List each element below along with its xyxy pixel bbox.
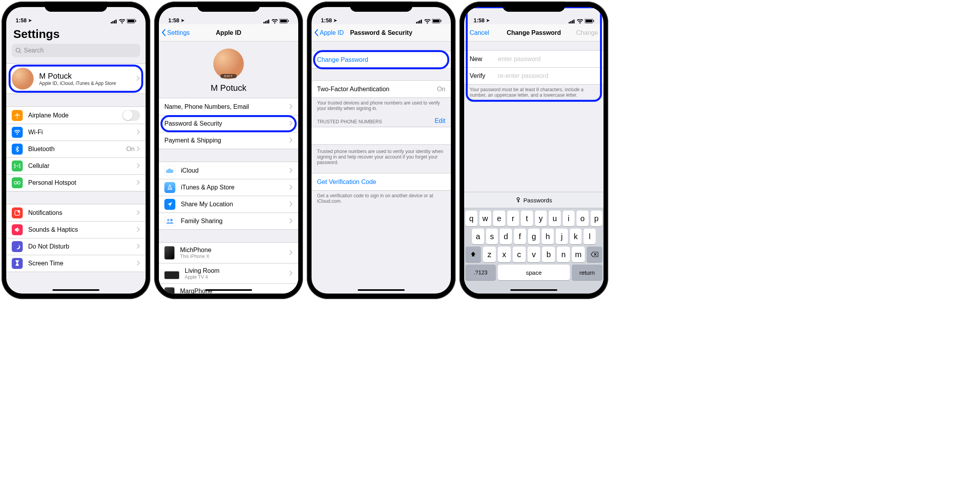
row-screen-time[interactable]: Screen Time xyxy=(6,255,146,272)
row-two-factor[interactable]: Two-Factor Authentication On xyxy=(312,81,451,97)
shift-key[interactable] xyxy=(465,247,481,262)
back-button[interactable]: Apple ID xyxy=(315,29,344,36)
row-itunes[interactable]: iTunes & App Store xyxy=(159,179,298,196)
notch xyxy=(350,2,413,12)
change-button[interactable]: Change xyxy=(576,29,598,36)
key-r[interactable]: r xyxy=(507,211,519,226)
row-name-phone-email[interactable]: Name, Phone Numbers, Email xyxy=(159,98,298,115)
return-key[interactable]: return xyxy=(572,265,602,280)
row-icloud[interactable]: iCloud xyxy=(159,162,298,179)
key-m[interactable]: m xyxy=(572,247,585,262)
row-do-not-disturb[interactable]: Do Not Disturb xyxy=(6,238,146,255)
chevron-right-icon xyxy=(137,76,140,81)
notifications-icon xyxy=(12,207,23,218)
airplane-toggle[interactable] xyxy=(122,110,140,121)
svg-rect-23 xyxy=(416,22,417,23)
key-x[interactable]: x xyxy=(498,247,511,262)
home-indicator[interactable] xyxy=(205,289,252,291)
screentime-icon xyxy=(12,258,23,269)
device-row[interactable]: Living Room Apple TV 4 xyxy=(159,263,298,283)
chevron-right-icon xyxy=(290,250,293,256)
verify-password-input[interactable] xyxy=(498,72,598,79)
space-key[interactable]: space xyxy=(498,265,570,280)
dnd-icon xyxy=(12,241,23,252)
key-g[interactable]: g xyxy=(528,229,540,244)
row-personal-hotspot[interactable]: Personal Hotspot xyxy=(6,174,146,191)
key-u[interactable]: u xyxy=(549,211,561,226)
keyboard-toolbar[interactable]: Passwords xyxy=(464,192,603,208)
device-row[interactable]: MargPhone iPhone X xyxy=(159,283,298,294)
chevron-right-icon xyxy=(290,121,293,126)
chevron-right-icon xyxy=(290,218,293,224)
key-d[interactable]: d xyxy=(500,229,512,244)
key-k[interactable]: k xyxy=(570,229,582,244)
key-f[interactable]: f xyxy=(514,229,526,244)
svg-rect-30 xyxy=(569,22,570,23)
chevron-right-icon xyxy=(290,202,293,207)
key-v[interactable]: v xyxy=(528,247,540,262)
profile-cell[interactable]: M Potuck Apple ID, iCloud, iTunes & App … xyxy=(6,63,146,94)
key-a[interactable]: a xyxy=(472,229,484,244)
key-y[interactable]: y xyxy=(535,211,547,226)
row-share-location[interactable]: Share My Location xyxy=(159,196,298,213)
device-row[interactable]: MichPhone This iPhone X xyxy=(159,243,298,263)
home-indicator[interactable] xyxy=(358,289,405,291)
backspace-key[interactable] xyxy=(587,247,602,262)
phone-settings: 1:58➤ Settings Search M Potuck Apple ID,… xyxy=(2,2,150,299)
row-get-verification-code[interactable]: Get Verification Code xyxy=(312,173,451,190)
row-wifi[interactable]: Wi-Fi xyxy=(6,124,146,141)
profile-name: M Potuck xyxy=(39,72,137,81)
avatar[interactable]: EDIT xyxy=(213,49,244,79)
key-s[interactable]: s xyxy=(486,229,498,244)
services-group: iCloud iTunes & App Store Share My Locat… xyxy=(159,162,298,230)
key-z[interactable]: z xyxy=(483,247,496,262)
chevron-right-icon xyxy=(290,168,293,173)
home-indicator[interactable] xyxy=(52,289,99,291)
key-w[interactable]: w xyxy=(479,211,492,226)
key-o[interactable]: o xyxy=(576,211,589,226)
new-password-row[interactable]: New xyxy=(464,50,603,67)
row-sounds[interactable]: Sounds & Haptics xyxy=(6,221,146,238)
notch xyxy=(45,2,107,12)
edit-button[interactable]: Edit xyxy=(434,117,445,124)
key-p[interactable]: p xyxy=(591,211,603,226)
row-airplane-mode[interactable]: Airplane Mode xyxy=(6,107,146,124)
cancel-button[interactable]: Cancel xyxy=(470,29,489,36)
key-c[interactable]: c xyxy=(513,247,526,262)
key-n[interactable]: n xyxy=(557,247,570,262)
bluetooth-icon xyxy=(12,144,23,155)
row-change-password[interactable]: Change Password xyxy=(312,51,451,68)
key-e[interactable]: e xyxy=(493,211,505,226)
search-input[interactable]: Search xyxy=(12,44,140,57)
key-q[interactable]: q xyxy=(465,211,477,226)
row-password-security[interactable]: Password & Security xyxy=(159,115,298,132)
new-password-input[interactable] xyxy=(498,56,598,63)
row-notifications[interactable]: Notifications xyxy=(6,204,146,221)
keyboard-row: asdfghjkl xyxy=(464,226,603,244)
home-indicator[interactable] xyxy=(510,289,557,291)
key-b[interactable]: b xyxy=(542,247,555,262)
row-bluetooth[interactable]: Bluetooth On xyxy=(6,141,146,157)
location-icon: ➤ xyxy=(28,18,32,23)
row-cellular[interactable]: Cellular xyxy=(6,157,146,174)
key-i[interactable]: i xyxy=(563,211,575,226)
back-button[interactable]: Settings xyxy=(162,29,190,36)
wifi-icon xyxy=(12,127,23,138)
chevron-right-icon xyxy=(290,271,293,276)
row-family-sharing[interactable]: Family Sharing xyxy=(159,213,298,229)
key-t[interactable]: t xyxy=(521,211,533,226)
verify-password-row[interactable]: Verify xyxy=(464,67,603,84)
svg-rect-19 xyxy=(280,20,287,22)
trusted-number-row[interactable] xyxy=(312,127,451,144)
svg-rect-0 xyxy=(111,22,112,23)
key-l[interactable]: l xyxy=(584,229,596,244)
key-h[interactable]: h xyxy=(542,229,554,244)
numbers-key[interactable]: .?123 xyxy=(465,265,496,280)
chevron-right-icon xyxy=(290,138,293,143)
row-payment-shipping[interactable]: Payment & Shipping xyxy=(159,132,298,149)
chevron-right-icon xyxy=(137,180,140,186)
edit-avatar-badge[interactable]: EDIT xyxy=(220,74,237,78)
hotspot-icon xyxy=(12,177,23,188)
key-j[interactable]: j xyxy=(556,229,568,244)
chevron-right-icon xyxy=(137,210,140,216)
